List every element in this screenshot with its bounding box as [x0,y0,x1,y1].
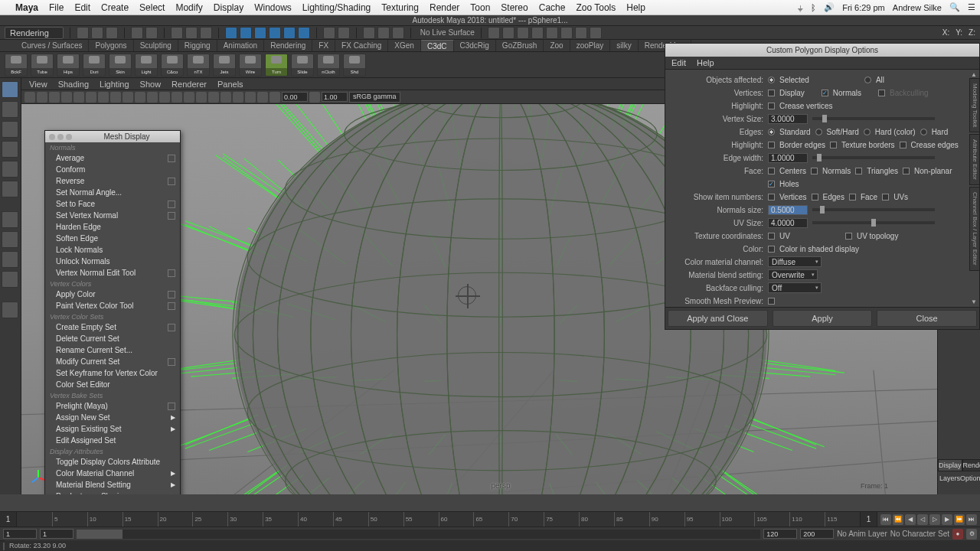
menu-item[interactable]: Per Instance Sharing▶ [45,491,180,494]
workspace-mode-select[interactable]: Rendering [5,27,64,39]
radio-selected[interactable] [768,77,775,83]
panel-menu[interactable]: Lighting [100,80,129,89]
panel-menu[interactable]: Shading [58,80,89,89]
shaded-icon[interactable] [159,92,170,103]
single-pane-icon[interactable] [2,211,18,228]
shelf-button[interactable]: C&co [161,54,184,77]
search-icon[interactable]: 🔍 [949,2,960,12]
snap-live-icon[interactable] [283,27,296,39]
check-centers[interactable] [768,168,775,174]
range-playback-start-field[interactable] [40,529,74,539]
mac-menu[interactable]: Create [101,2,129,13]
camera-select-icon[interactable] [24,92,35,103]
magnet-icon[interactable] [323,27,335,39]
shelf-button[interactable]: Turn [265,54,288,77]
apply-button[interactable]: Apply [773,310,873,327]
material-blend-select[interactable]: Overwrite [768,269,818,280]
app-name[interactable]: Maya [15,2,38,13]
menu-item[interactable]: Prelight (Maya) [45,400,180,412]
film-gate-icon[interactable] [74,92,84,103]
menu-item[interactable]: Color Material Channel▶ [45,468,180,479]
snap-point-icon[interactable] [254,27,266,39]
gamma-icon[interactable] [309,92,320,103]
menu-item[interactable]: Assign Existing Set▶ [45,423,180,435]
check-num-vertices[interactable] [768,194,775,201]
time-track[interactable]: 5101520253035404550556065707580859095100… [17,512,861,527]
exposure-value-field[interactable] [282,92,308,102]
color-material-channel-select[interactable]: Diffuse [768,256,822,267]
shelf-button[interactable]: Skin [109,54,132,77]
shelf-tab[interactable]: GoZBrush [496,40,544,51]
menu-item[interactable]: Reverse [45,175,180,187]
rotate-tool-icon[interactable] [2,141,18,158]
shelf-tab[interactable]: Rendering [264,40,312,51]
select-mode-icon[interactable] [171,27,183,39]
cpdo-menu[interactable]: Edit [671,58,686,67]
shelf-button[interactable]: BckF [5,54,28,77]
vertex-size-field[interactable] [768,114,808,124]
new-scene-icon[interactable] [77,27,89,39]
layer-menu[interactable]: Layers [939,474,960,482]
range-start-field[interactable] [3,529,37,539]
wireframe-icon[interactable] [147,92,158,103]
mac-menu[interactable]: Display [214,2,243,13]
shelf-button[interactable]: Light [135,54,158,77]
shelf-button[interactable]: Wire [239,54,262,77]
menu-item[interactable]: Unlock Normals [45,256,180,267]
check-triangles[interactable] [855,168,862,174]
input-list-icon[interactable] [363,27,375,39]
play-forward-icon[interactable]: ▷ [929,514,940,525]
shelf-tab[interactable]: FX Caching [335,40,388,51]
option-box-icon[interactable] [168,178,175,185]
edge-width-slider[interactable] [812,156,935,159]
layer-menu[interactable]: Options [960,474,980,482]
character-set-select[interactable]: No Character Set [890,530,949,538]
right-tab-channel-box[interactable]: Channel Box / Layer Editor [969,187,980,271]
render-icon[interactable] [488,27,500,39]
image-plane-icon[interactable] [49,92,60,103]
mac-menu[interactable]: Toon [470,2,490,13]
menu-item[interactable]: Lock Normals [45,244,180,256]
scroll-down-icon[interactable]: ▼ [970,298,978,305]
shelf-button[interactable]: Hips [57,54,80,77]
wifi-icon[interactable]: ⏚ [798,3,803,12]
open-scene-icon[interactable] [91,27,103,39]
shelf-tab[interactable]: Curves / Surfaces [15,40,89,51]
move-tool-icon[interactable] [2,121,18,138]
mac-menu[interactable]: Windows [254,2,292,13]
option-box-icon[interactable] [168,155,175,162]
panel-menu[interactable]: Show [140,80,162,89]
shelf-button[interactable]: nCloth [317,54,340,77]
light-editor-icon[interactable] [546,27,558,39]
hypershade-icon[interactable] [531,27,544,39]
shelf-tab[interactable]: Sculpting [134,40,178,51]
time-slider[interactable]: 1 51015202530354045505560657075808590951… [0,511,980,527]
anim-layer-select[interactable]: No Anim Layer [837,530,887,538]
mac-menu[interactable]: Help [626,2,645,13]
menu-item[interactable]: Set to Face [45,198,180,210]
option-box-icon[interactable] [168,324,175,331]
redo-icon[interactable] [145,27,158,39]
check-display[interactable] [768,90,775,96]
menu-item[interactable]: Set Vertex Normal [45,210,180,221]
normals-size-slider[interactable] [812,208,935,211]
shelf-button[interactable]: Shd [343,54,366,77]
check-color-shaded[interactable] [768,246,775,253]
ao-icon[interactable] [208,92,219,103]
right-tab-modeling-toolkit[interactable]: Modeling Toolkit [969,78,980,132]
apply-and-close-button[interactable]: Apply and Close [668,310,768,327]
menu-item[interactable]: Apply Color [45,289,180,300]
construction-history-icon[interactable] [392,27,404,39]
shelf-tab[interactable]: C3dC [421,40,454,51]
range-end-field[interactable] [800,529,834,539]
shelf-tab[interactable]: Rigging [178,40,217,51]
menu-item[interactable]: Toggle Display Colors Attribute [45,456,180,468]
ipr-icon[interactable] [502,27,514,39]
step-forward-key-icon[interactable]: ⏩ [954,514,965,525]
paint-select-icon[interactable] [200,27,212,39]
panel-menu[interactable]: View [29,80,47,89]
menu-item[interactable]: Color Set Editor [45,379,180,390]
radio-softhard[interactable] [815,129,822,135]
vertex-size-slider[interactable] [812,117,935,120]
shelf-tab[interactable]: Animation [217,40,264,51]
